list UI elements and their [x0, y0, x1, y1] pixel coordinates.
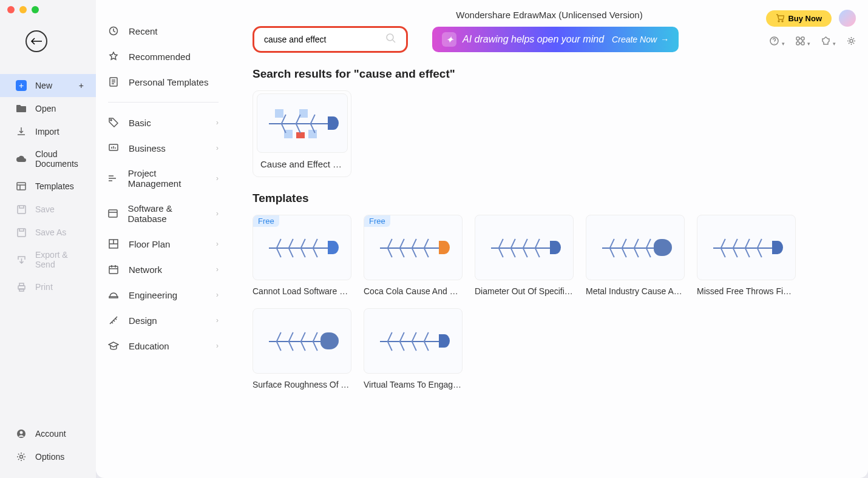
- cat-recommended[interactable]: Recommended: [96, 44, 231, 69]
- svg-rect-5: [19, 289, 24, 291]
- template-card[interactable]: Diameter Out Of Specifica…: [475, 215, 574, 296]
- nav-label: New: [35, 81, 52, 90]
- nav-options[interactable]: Options: [0, 445, 96, 468]
- chevron-right-icon: ›: [216, 316, 219, 325]
- ai-banner[interactable]: ✦ AI drawing helps open your mind Create…: [432, 27, 679, 52]
- chevron-right-icon: ›: [216, 144, 219, 152]
- template-thumbnail: [364, 308, 463, 374]
- arrow-right-icon: →: [660, 35, 669, 44]
- print-icon: [16, 281, 27, 292]
- free-tag: Free: [253, 215, 279, 227]
- create-now-button[interactable]: Create Now →: [612, 35, 669, 44]
- import-icon: [16, 126, 27, 137]
- templates-icon: [16, 181, 27, 192]
- result-card-label: Cause and Effect Di…: [253, 159, 351, 169]
- buy-now-button[interactable]: Buy Now: [766, 10, 832, 27]
- cat-design[interactable]: Design ›: [96, 308, 231, 333]
- template-card[interactable]: FreeCoca Cola Cause And Effect: [364, 215, 463, 296]
- window-controls: [0, 5, 96, 13]
- floorplan-icon: [108, 238, 119, 249]
- cat-network[interactable]: Network ›: [96, 257, 231, 282]
- result-card[interactable]: Cause and Effect Di…: [253, 90, 351, 177]
- chevron-right-icon: ›: [216, 291, 219, 299]
- nav-save-as: Save As: [0, 221, 96, 244]
- zoom-window-button[interactable]: [32, 6, 39, 13]
- nav-label: Open: [35, 104, 56, 113]
- cat-business[interactable]: Business ›: [96, 135, 231, 161]
- cat-project-management[interactable]: Project Management ›: [96, 161, 231, 196]
- folder-icon: [16, 103, 27, 114]
- chevron-right-icon: ›: [216, 265, 219, 274]
- nav-open[interactable]: Open: [0, 97, 96, 120]
- template-thumbnail: [253, 308, 351, 374]
- save-icon: [16, 204, 27, 215]
- tag-icon: [108, 117, 119, 128]
- cat-engineering[interactable]: Engineering ›: [96, 282, 231, 308]
- cat-recent[interactable]: Recent: [96, 18, 231, 44]
- help-dropdown[interactable]: ▾: [770, 36, 784, 47]
- settings-button[interactable]: [847, 36, 856, 47]
- template-card[interactable]: Metal Industry Cause And…: [586, 215, 685, 296]
- cat-label: Design: [129, 315, 157, 326]
- template-card[interactable]: Virtual Teams To Engage …: [364, 308, 463, 389]
- cat-basic[interactable]: Basic ›: [96, 110, 231, 135]
- svg-rect-19: [796, 37, 799, 40]
- cat-label: Personal Templates: [129, 77, 208, 87]
- template-card-label: Metal Industry Cause And…: [586, 286, 685, 296]
- template-card[interactable]: Missed Free Throws Fish…: [697, 215, 796, 296]
- nav-import[interactable]: Import: [0, 120, 96, 143]
- nav-account[interactable]: Account: [0, 422, 96, 445]
- user-avatar[interactable]: [839, 10, 856, 27]
- badge-icon: [108, 51, 119, 62]
- cat-label: Recommended: [129, 52, 191, 62]
- nav-new[interactable]: + New +: [0, 74, 96, 97]
- cat-label: Basic: [129, 118, 151, 128]
- template-thumbnail: Free: [364, 215, 463, 280]
- free-tag: Free: [364, 215, 390, 227]
- template-thumbnail: [586, 215, 685, 280]
- nav-cloud-documents[interactable]: Cloud Documents: [0, 143, 96, 175]
- back-button[interactable]: [25, 30, 47, 52]
- svg-point-24: [387, 34, 393, 41]
- chevron-right-icon: ›: [216, 118, 219, 127]
- svg-point-23: [850, 39, 853, 42]
- gear-icon: [16, 451, 27, 462]
- cat-label: Project Management: [128, 168, 206, 189]
- gantt-icon: [108, 173, 118, 184]
- svg-rect-4: [19, 283, 24, 286]
- templates-heading: Templates: [253, 192, 846, 205]
- nav-label: Import: [35, 127, 59, 136]
- search-results-heading: Search results for "cause and effect": [253, 67, 846, 81]
- close-window-button[interactable]: [7, 6, 15, 13]
- nav-templates[interactable]: Templates: [0, 175, 96, 198]
- template-card-label: Surface Roughness Of Th…: [253, 380, 351, 389]
- search-icon: [385, 33, 396, 46]
- ruler-icon: [108, 315, 119, 326]
- chevron-right-icon: ›: [216, 209, 219, 218]
- result-thumbnail: [257, 93, 348, 153]
- svg-rect-1: [18, 206, 25, 214]
- search-box[interactable]: [253, 26, 408, 53]
- template-thumbnail: [697, 215, 796, 280]
- document-icon: [108, 76, 119, 87]
- svg-rect-21: [796, 42, 799, 45]
- minimize-window-button[interactable]: [19, 6, 27, 13]
- template-card[interactable]: Surface Roughness Of Th…: [253, 308, 351, 389]
- cat-personal-templates[interactable]: Personal Templates: [96, 69, 231, 95]
- cat-education[interactable]: Education ›: [96, 333, 231, 358]
- theme-dropdown[interactable]: ▾: [821, 36, 836, 47]
- chevron-right-icon: ›: [216, 342, 219, 350]
- shortcuts-dropdown[interactable]: ▾: [796, 36, 810, 47]
- cat-label: Engineering: [129, 290, 177, 300]
- template-card[interactable]: FreeCannot Load Software On…: [253, 215, 351, 296]
- template-card-label: Missed Free Throws Fish…: [697, 286, 796, 296]
- save-as-icon: [16, 227, 27, 238]
- cat-floor-plan[interactable]: Floor Plan ›: [96, 231, 231, 257]
- divider: [108, 102, 219, 103]
- template-thumbnail: Free: [253, 215, 351, 280]
- window-icon: [108, 208, 118, 219]
- cat-software-database[interactable]: Software & Database ›: [96, 196, 231, 231]
- template-card-label: Coca Cola Cause And Effect: [364, 286, 463, 296]
- svg-rect-22: [801, 42, 804, 45]
- search-input[interactable]: [264, 35, 385, 44]
